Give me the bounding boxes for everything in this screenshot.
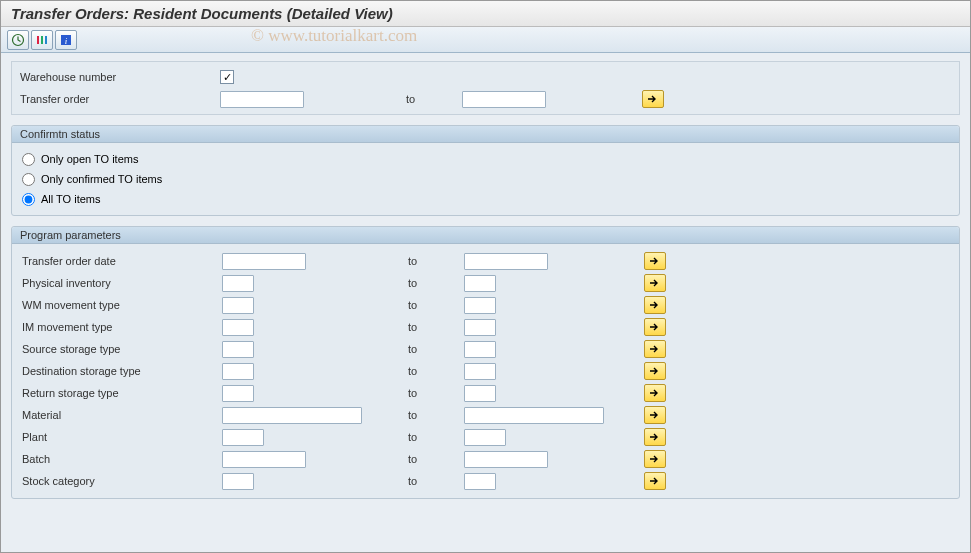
param-to-input[interactable] [464, 451, 548, 468]
param-to-input[interactable] [464, 363, 496, 380]
warehouse-input[interactable]: ✓ [220, 70, 234, 84]
param-label: IM movement type [22, 321, 222, 333]
to-label: to [372, 431, 464, 443]
param-from-input[interactable] [222, 253, 306, 270]
param-from-input[interactable] [222, 319, 254, 336]
param-from-input[interactable] [222, 275, 254, 292]
transfer-order-to-input[interactable] [462, 91, 546, 108]
param-label: Source storage type [22, 343, 222, 355]
radio-all-input[interactable] [22, 193, 35, 206]
multiple-selection-button[interactable] [644, 340, 666, 358]
param-to-input[interactable] [464, 275, 496, 292]
param-to-input[interactable] [464, 253, 548, 270]
param-row: Return storage typeto [22, 382, 949, 404]
param-to-input[interactable] [464, 429, 506, 446]
param-from-input[interactable] [222, 451, 306, 468]
variant-button[interactable] [31, 30, 53, 50]
svg-rect-3 [45, 36, 47, 44]
to-label: to [372, 277, 464, 289]
param-label: Return storage type [22, 387, 222, 399]
warehouse-label: Warehouse number [20, 71, 220, 83]
radio-all-items[interactable]: All TO items [22, 189, 949, 209]
arrow-right-icon [649, 388, 661, 398]
param-from-input[interactable] [222, 385, 254, 402]
info-button[interactable]: i [55, 30, 77, 50]
to-label: to [372, 321, 464, 333]
arrow-right-icon [649, 278, 661, 288]
arrow-right-icon [649, 366, 661, 376]
param-from-input[interactable] [222, 297, 254, 314]
multiple-selection-button[interactable] [644, 318, 666, 336]
param-to-input[interactable] [464, 385, 496, 402]
param-from-input[interactable] [222, 363, 254, 380]
program-parameters-group: Program parameters Transfer order dateto… [11, 226, 960, 499]
svg-rect-1 [37, 36, 39, 44]
multiple-selection-button[interactable] [644, 472, 666, 490]
to-label: to [372, 409, 464, 421]
to-label: to [372, 453, 464, 465]
to-label: to [370, 93, 462, 105]
param-label: Destination storage type [22, 365, 222, 377]
app-window: Transfer Orders: Resident Documents (Det… [0, 0, 971, 553]
multiple-selection-button[interactable] [644, 450, 666, 468]
to-label: to [372, 387, 464, 399]
param-row: Batchto [22, 448, 949, 470]
multiple-selection-button[interactable] [644, 406, 666, 424]
radio-open-items[interactable]: Only open TO items [22, 149, 949, 169]
param-from-input[interactable] [222, 429, 264, 446]
toolbar: i [1, 27, 970, 53]
program-parameters-header: Program parameters [12, 227, 959, 244]
transfer-order-from-input[interactable] [220, 91, 304, 108]
param-row: Source storage typeto [22, 338, 949, 360]
param-from-input[interactable] [222, 473, 254, 490]
multiple-selection-button[interactable] [642, 90, 664, 108]
arrow-right-icon [647, 94, 659, 104]
arrow-right-icon [649, 454, 661, 464]
confirm-status-group: Confirmtn status Only open TO items Only… [11, 125, 960, 216]
multiple-selection-button[interactable] [644, 274, 666, 292]
confirm-status-header: Confirmtn status [12, 126, 959, 143]
arrow-right-icon [649, 432, 661, 442]
param-to-input[interactable] [464, 319, 496, 336]
arrow-right-icon [649, 344, 661, 354]
arrow-right-icon [649, 322, 661, 332]
param-row: WM movement typeto [22, 294, 949, 316]
param-label: Physical inventory [22, 277, 222, 289]
param-row: Materialto [22, 404, 949, 426]
radio-open-label: Only open TO items [41, 153, 138, 165]
param-to-input[interactable] [464, 341, 496, 358]
param-from-input[interactable] [222, 341, 254, 358]
radio-open-input[interactable] [22, 153, 35, 166]
transfer-order-label: Transfer order [20, 93, 220, 105]
param-to-input[interactable] [464, 407, 604, 424]
param-row: IM movement typeto [22, 316, 949, 338]
execute-button[interactable] [7, 30, 29, 50]
clock-execute-icon [11, 33, 25, 47]
to-label: to [372, 255, 464, 267]
multiple-selection-button[interactable] [644, 252, 666, 270]
check-icon: ✓ [223, 71, 232, 84]
param-to-input[interactable] [464, 297, 496, 314]
param-label: Material [22, 409, 222, 421]
svg-rect-2 [41, 36, 43, 44]
arrow-right-icon [649, 256, 661, 266]
arrow-right-icon [649, 300, 661, 310]
multiple-selection-button[interactable] [644, 428, 666, 446]
bars-icon [35, 33, 49, 47]
multiple-selection-button[interactable] [644, 384, 666, 402]
to-label: to [372, 299, 464, 311]
to-label: to [372, 343, 464, 355]
arrow-right-icon [649, 410, 661, 420]
radio-confirmed-input[interactable] [22, 173, 35, 186]
multiple-selection-button[interactable] [644, 362, 666, 380]
param-label: WM movement type [22, 299, 222, 311]
selection-block: Warehouse number ✓ Transfer order to [11, 61, 960, 115]
multiple-selection-button[interactable] [644, 296, 666, 314]
radio-confirmed-items[interactable]: Only confirmed TO items [22, 169, 949, 189]
to-label: to [372, 365, 464, 377]
param-to-input[interactable] [464, 473, 496, 490]
param-from-input[interactable] [222, 407, 362, 424]
param-row: Destination storage typeto [22, 360, 949, 382]
param-label: Transfer order date [22, 255, 222, 267]
param-row: Transfer order dateto [22, 250, 949, 272]
